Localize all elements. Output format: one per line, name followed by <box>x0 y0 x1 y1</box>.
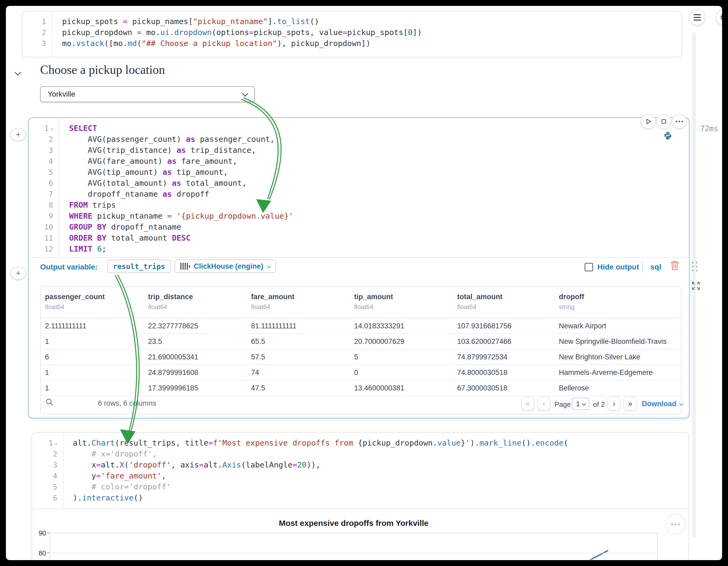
table-cell: Newark Airport <box>559 322 681 330</box>
expand-cell-button[interactable] <box>691 280 701 291</box>
chart-code-editor[interactable]: alt.Chart(result_trips, title=f'Most exp… <box>73 438 686 503</box>
table-footer: 6 rows, 6 columns « ‹ Page 1 of 2 › » Do… <box>40 393 681 414</box>
code-cell-pickup-dropdown[interactable]: 123 pickup_spots = pickup_names["pickup_… <box>22 11 682 57</box>
line-number-gutter: 123456789101112 <box>29 118 59 258</box>
notebook-app: ⚙ 123 pickup_spots = pickup_names["picku… <box>6 6 722 560</box>
delete-cell-button[interactable] <box>670 260 680 271</box>
engine-selector[interactable]: ClickHouse (engine) <box>175 260 276 273</box>
y-axis-tick-label: 80 <box>30 549 46 557</box>
page-number-select[interactable]: 1 <box>572 398 589 410</box>
expand-icon <box>691 280 701 291</box>
column-header-dropoff[interactable]: dropoffstring <box>559 293 681 318</box>
row-count-summary: 6 rows, 6 columns <box>98 399 156 408</box>
column-header-fare_amount[interactable]: fare_amountfloat64 <box>251 293 354 318</box>
table-cell: Hammels-Arverne-Edgemere <box>559 369 681 377</box>
page-label: Page <box>555 400 571 409</box>
screenshot-frame: ⚙ 123 pickup_spots = pickup_names["picku… <box>0 0 728 566</box>
search-icon[interactable] <box>45 398 54 407</box>
prev-page-button[interactable]: ‹ <box>537 397 550 411</box>
stop-cell-button[interactable] <box>656 114 671 129</box>
last-page-button[interactable]: » <box>624 397 636 411</box>
table-cell: 13.4600000381 <box>354 384 457 392</box>
play-icon <box>644 117 652 126</box>
table-row[interactable]: 621.690000534157.5574.8799972534New Brig… <box>41 350 681 365</box>
run-cell-button[interactable] <box>641 114 656 129</box>
output-variable-label: Output variable: <box>40 263 98 271</box>
column-header-passenger_count[interactable]: passenger_countfloat64 <box>45 293 148 318</box>
table-cell: 0 <box>354 369 457 377</box>
fold-chevron-icon[interactable] <box>54 442 58 445</box>
drag-handle-icon[interactable] <box>692 262 697 271</box>
pickup-location-dropdown[interactable]: Yorkville <box>40 86 255 102</box>
column-header-total_amount[interactable]: total_amountfloat64 <box>457 293 559 318</box>
add-cell-button-bottom[interactable]: + <box>10 267 26 280</box>
cell-runtime-badge: 72ms <box>700 124 718 133</box>
cell-divider <box>32 508 688 509</box>
clickhouse-engine-icon <box>180 263 190 270</box>
trash-icon <box>670 260 680 271</box>
table-cell: 14.0183333291 <box>354 322 457 330</box>
fold-chevron-icon[interactable] <box>50 127 54 130</box>
language-badge[interactable]: sql <box>650 263 661 271</box>
table-cell: 1 <box>45 384 148 392</box>
table-cell: 17.3999996185 <box>148 384 251 392</box>
prev-page-icon: ‹ <box>543 399 545 408</box>
plus-icon: + <box>16 269 21 278</box>
toolbar-divider <box>642 260 643 272</box>
output-collapse-button[interactable] <box>16 70 20 76</box>
page-of-label: of 2 <box>593 400 605 409</box>
table-cell: 23.5 <box>148 337 251 346</box>
table-cell: 103.6200027466 <box>457 337 559 346</box>
chart-options-button[interactable] <box>665 514 686 535</box>
hide-output-label[interactable]: Hide output <box>597 263 639 271</box>
gridline-80 <box>50 553 658 553</box>
line-number-gutter: 123 <box>22 12 52 57</box>
table-cell: 81.1111111111 <box>251 322 354 330</box>
chevron-down-icon <box>14 69 21 75</box>
table-cell: New Springville-Bloomfield-Travis <box>559 337 681 346</box>
column-header-trip_distance[interactable]: trip_distancefloat64 <box>148 293 251 318</box>
sql-editor[interactable]: SELECT AVG(passenger_count) as passenger… <box>69 123 686 254</box>
download-button[interactable]: Download <box>642 400 683 408</box>
page-number-value: 1 <box>576 400 580 408</box>
cell-divider <box>29 257 689 258</box>
hamburger-icon <box>693 14 701 21</box>
add-cell-button-top[interactable]: + <box>10 128 26 141</box>
table-row[interactable]: 123.565.520.7000007629103.6200027466New … <box>41 334 681 350</box>
y-axis-tick <box>47 553 50 553</box>
table-row[interactable]: 124.879999160874074.8000030518Hammels-Ar… <box>41 365 681 381</box>
table-cell: 20.7000007629 <box>354 337 457 346</box>
table-row[interactable]: 2.111111111122.327777862581.111111111114… <box>41 318 681 334</box>
table-cell: 65.5 <box>251 337 354 346</box>
code-editor[interactable]: pickup_spots = pickup_names["pickup_ntan… <box>62 16 679 49</box>
hide-output-checkbox[interactable] <box>585 263 593 271</box>
chevron-down-icon <box>267 264 271 268</box>
table-cell: 1 <box>45 369 148 377</box>
line-number-gutter: 123456 <box>32 433 64 508</box>
output-variable-chip[interactable]: result_trips <box>107 260 171 273</box>
table-cell: 74 <box>251 369 354 377</box>
python-logo-icon <box>663 131 672 140</box>
cell-options-button[interactable] <box>672 114 687 129</box>
chart-plot-area[interactable] <box>50 533 658 560</box>
chevron-down-icon <box>582 401 586 406</box>
table-cell: 74.8799972534 <box>457 353 559 361</box>
next-page-button[interactable]: › <box>608 397 620 411</box>
y-axis-tick <box>47 533 50 533</box>
gear-icon: ⚙ <box>719 12 722 23</box>
chart-title: Most expensive dropoffs from Yorkville <box>50 519 658 528</box>
dropdown-selected-value: Yorkville <box>48 90 242 98</box>
table-cell: 5 <box>354 353 457 361</box>
column-header-tip_amount[interactable]: tip_amountfloat64 <box>354 293 457 318</box>
chevron-down-icon <box>242 91 248 97</box>
notebook-menu-button[interactable] <box>689 9 706 26</box>
download-label: Download <box>642 400 676 408</box>
settings-button[interactable]: ⚙ <box>716 9 722 26</box>
ellipsis-icon <box>676 121 683 122</box>
table-cell: 2.1111111111 <box>45 322 148 330</box>
table-cell: 24.8799991608 <box>148 369 251 377</box>
plus-icon: + <box>16 130 21 139</box>
table-cell: 6 <box>45 353 148 361</box>
first-page-button[interactable]: « <box>521 397 534 411</box>
stop-icon <box>660 117 668 126</box>
